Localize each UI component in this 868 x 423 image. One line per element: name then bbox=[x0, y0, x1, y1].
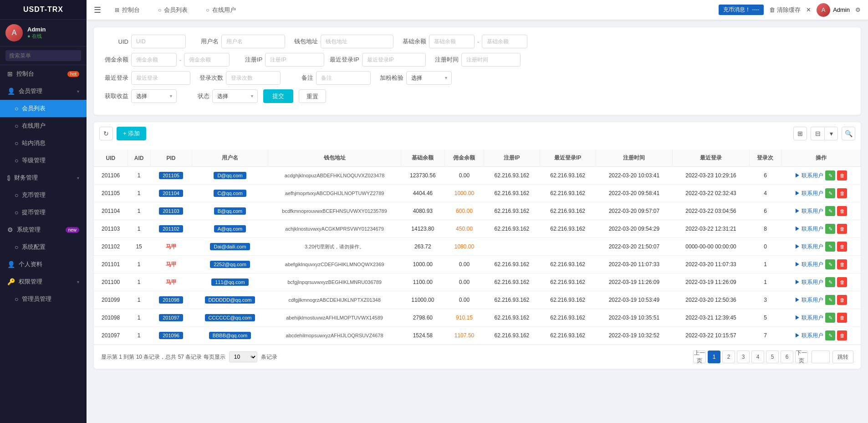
contact-user-link[interactable]: ▶ 联系用户 bbox=[795, 172, 823, 180]
sidebar-item-withdraw[interactable]: ○ 提币管理 bbox=[0, 204, 87, 221]
pid-tag[interactable]: 201102 bbox=[159, 225, 183, 232]
topnav-tab-dashboard[interactable]: ⊞ 控制台 bbox=[110, 4, 144, 16]
page-4-button[interactable]: 4 bbox=[751, 351, 764, 363]
admin-profile[interactable]: A Admin bbox=[817, 3, 850, 17]
username-tag[interactable]: C@qq.com bbox=[214, 190, 246, 197]
page-3-button[interactable]: 3 bbox=[737, 351, 750, 363]
username-tag[interactable]: A@qq.com bbox=[214, 225, 246, 232]
search-input[interactable] bbox=[5, 50, 81, 61]
sidebar-item-recharge[interactable]: ○ 充币管理 bbox=[0, 186, 87, 204]
contact-user-link[interactable]: ▶ 联系用户 bbox=[795, 314, 823, 322]
sidebar-item-level-mgmt[interactable]: ○ 等级管理 bbox=[0, 152, 87, 169]
last-login-ip-input[interactable] bbox=[362, 53, 426, 67]
clear-cache-button[interactable]: 🗑 清除缓存 bbox=[769, 6, 801, 14]
reset-button[interactable]: 重置 bbox=[299, 89, 326, 103]
delete-button[interactable]: 🗑 bbox=[837, 188, 847, 198]
expand-button[interactable]: ✕ bbox=[806, 6, 811, 13]
pid-tag[interactable]: 201103 bbox=[159, 207, 183, 215]
contact-user-link[interactable]: ▶ 联系用户 bbox=[795, 296, 823, 304]
edit-button[interactable]: ✎ bbox=[825, 206, 835, 216]
sidebar-item-permission-mgmt[interactable]: 🔑 权限管理 ▾ bbox=[0, 273, 87, 290]
delete-button[interactable]: 🗑 bbox=[837, 259, 847, 269]
delete-button[interactable]: 🗑 bbox=[837, 295, 847, 305]
contact-user-link[interactable]: ▶ 联系用户 bbox=[795, 190, 823, 197]
edit-button[interactable]: ✎ bbox=[825, 170, 835, 181]
delete-button[interactable]: 🗑 bbox=[837, 224, 847, 234]
sidebar-item-member-mgmt[interactable]: 👤 会员管理 ▾ bbox=[0, 83, 87, 100]
delete-button[interactable]: 🗑 bbox=[837, 277, 847, 287]
search-toggle-button[interactable]: 🔍 bbox=[842, 127, 855, 140]
verify-select[interactable]: 选择 bbox=[406, 71, 452, 85]
contact-user-link[interactable]: ▶ 联系用户 bbox=[795, 279, 823, 286]
prev-page-button[interactable]: 上一页 bbox=[693, 351, 706, 363]
sidebar-item-site-notice[interactable]: ○ 站内消息 bbox=[0, 134, 87, 152]
delete-button[interactable]: 🗑 bbox=[837, 313, 847, 323]
username-tag[interactable]: 111@qq.com bbox=[211, 279, 249, 286]
sidebar-item-admin-mgmt[interactable]: ○ 管理员管理 bbox=[0, 290, 87, 308]
page-6-button[interactable]: 6 bbox=[781, 351, 793, 363]
username-tag[interactable]: B@qq.com bbox=[214, 207, 246, 215]
list-view-button[interactable]: ⊟ bbox=[811, 127, 824, 140]
settings-button[interactable]: ⚙ bbox=[855, 6, 861, 13]
sidebar-item-sys-mgmt[interactable]: ⚙ 系统管理 new bbox=[0, 221, 87, 238]
base-balance-min-input[interactable] bbox=[429, 35, 475, 48]
wallet-input[interactable] bbox=[321, 35, 393, 48]
username-tag[interactable]: 2252@qq.com bbox=[210, 261, 250, 268]
delete-button[interactable]: 🗑 bbox=[837, 206, 847, 216]
add-button[interactable]: + 添加 bbox=[117, 127, 146, 140]
contact-user-link[interactable]: ▶ 联系用户 bbox=[795, 243, 823, 251]
contact-user-link[interactable]: ▶ 联系用户 bbox=[795, 332, 823, 340]
delete-button[interactable]: 🗑 bbox=[837, 330, 847, 340]
edit-button[interactable]: ✎ bbox=[825, 295, 835, 305]
sidebar-item-dashboard[interactable]: ⊞ 控制台 hot bbox=[0, 65, 87, 83]
base-balance-max-input[interactable] bbox=[482, 35, 527, 48]
topnav-tab-member-list[interactable]: ○ 会员列表 bbox=[153, 4, 192, 16]
delete-button[interactable]: 🗑 bbox=[837, 242, 847, 252]
status-select[interactable]: 选择 bbox=[212, 89, 258, 103]
contact-user-link[interactable]: ▶ 联系用户 bbox=[795, 207, 823, 215]
gain-income-select[interactable]: 选择 bbox=[131, 89, 177, 103]
contact-user-link[interactable]: ▶ 联系用户 bbox=[795, 225, 823, 233]
pid-tag[interactable]: 201096 bbox=[159, 332, 183, 339]
username-tag[interactable]: BBBB@qq.com bbox=[209, 332, 251, 339]
goto-button[interactable]: 跳转 bbox=[832, 351, 853, 363]
last-login-input[interactable] bbox=[131, 71, 190, 85]
edit-button[interactable]: ✎ bbox=[825, 330, 835, 340]
edit-button[interactable]: ✎ bbox=[825, 188, 835, 198]
goto-page-input[interactable] bbox=[812, 351, 830, 363]
refresh-button[interactable]: ↻ bbox=[99, 127, 113, 140]
next-page-button[interactable]: 下一页 bbox=[795, 351, 808, 363]
edit-button[interactable]: ✎ bbox=[825, 259, 835, 269]
menu-toggle-icon[interactable]: ☰ bbox=[94, 5, 101, 15]
commission-min-input[interactable] bbox=[131, 53, 177, 67]
sidebar-search-section[interactable] bbox=[0, 46, 87, 65]
pid-tag[interactable]: 201098 bbox=[159, 296, 183, 304]
sidebar-item-finance-mgmt[interactable]: ₿ 财务管理 ▾ bbox=[0, 169, 87, 186]
pid-tag[interactable]: 201097 bbox=[159, 314, 183, 321]
page-size-select[interactable]: 10 20 50 bbox=[229, 351, 257, 362]
delete-button[interactable]: 🗑 bbox=[837, 170, 847, 181]
contact-user-link[interactable]: ▶ 联系用户 bbox=[795, 261, 823, 268]
commission-max-input[interactable] bbox=[184, 53, 230, 67]
remark-input[interactable] bbox=[316, 71, 371, 85]
edit-button[interactable]: ✎ bbox=[825, 242, 835, 252]
edit-button[interactable]: ✎ bbox=[825, 313, 835, 323]
page-2-button[interactable]: 2 bbox=[722, 351, 735, 363]
username-tag[interactable]: D@qq.com bbox=[214, 172, 246, 179]
login-count-input[interactable] bbox=[226, 71, 281, 85]
pid-tag[interactable]: 201104 bbox=[159, 190, 183, 197]
sidebar-item-member-list[interactable]: ○ 会员列表 bbox=[0, 100, 87, 117]
edit-button[interactable]: ✎ bbox=[825, 277, 835, 287]
username-input[interactable] bbox=[221, 35, 285, 48]
reg-ip-input[interactable] bbox=[265, 53, 324, 67]
pid-tag[interactable]: 201105 bbox=[159, 172, 183, 179]
list-dropdown-button[interactable]: ▾ bbox=[824, 127, 838, 140]
submit-button[interactable]: 提交 bbox=[263, 89, 293, 103]
grid-view-button[interactable]: ⊞ bbox=[793, 127, 807, 140]
page-1-button[interactable]: 1 bbox=[708, 351, 720, 363]
username-tag[interactable]: Dai@daili.com bbox=[210, 243, 250, 250]
username-tag[interactable]: CCCCCC@qq.com bbox=[205, 314, 255, 321]
reg-time-input[interactable] bbox=[461, 53, 521, 67]
edit-button[interactable]: ✎ bbox=[825, 224, 835, 234]
topnav-tab-online-users[interactable]: ○ 在线用户 bbox=[201, 4, 240, 16]
